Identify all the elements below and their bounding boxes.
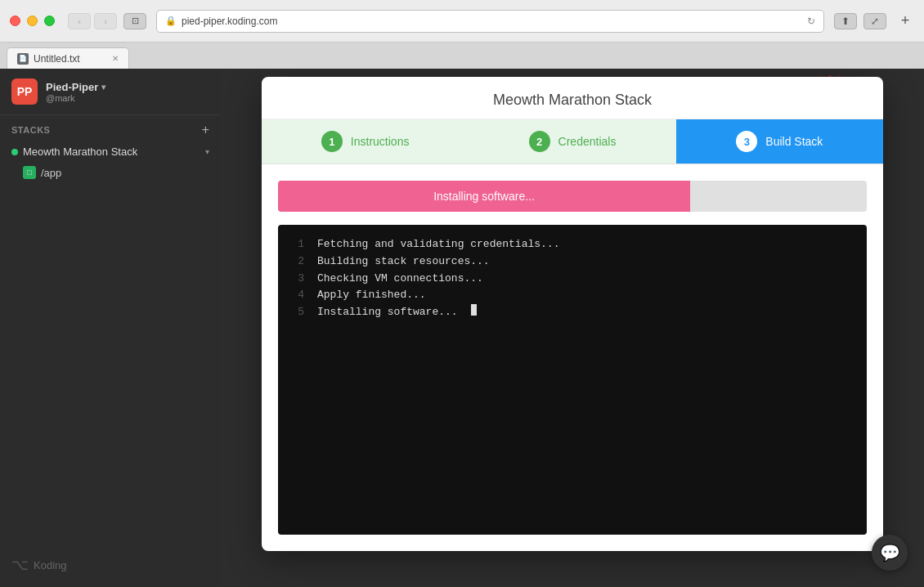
close-button[interactable] — [10, 16, 20, 26]
terminal-line-1: 1 Fetching and validating credentials... — [291, 236, 854, 253]
lock-icon: 🔒 — [165, 16, 177, 26]
browser-tab[interactable]: 📄 Untitled.txt ✕ — [7, 47, 129, 69]
app-container: PP Pied-Piper ▾ @mark STACKS + Meowth Ma… — [0, 69, 924, 587]
koding-bracket-icon: ⌥ — [11, 556, 29, 574]
sidebar: PP Pied-Piper ▾ @mark STACKS + Meowth Ma… — [0, 69, 221, 587]
window-chrome: ‹ › ⊡ 🔒 pied-piper.koding.com ↻ ⬆ ⤢ + — [0, 0, 924, 43]
terminal[interactable]: 1 Fetching and validating credentials...… — [278, 225, 867, 535]
line-num-2: 2 — [291, 253, 304, 271]
fullscreen-icon: ⤢ — [871, 16, 879, 27]
step-3-label: Build Stack — [765, 135, 823, 148]
sidebar-username: @mark — [46, 93, 209, 103]
minimize-button[interactable] — [27, 16, 38, 26]
vm-name: /app — [41, 167, 61, 179]
new-tab-icon: + — [901, 12, 910, 29]
stack-name: Meowth Marathon Stack — [23, 146, 200, 158]
sidebar-stacks-section: STACKS + Meowth Marathon Stack ▾ □ /app — [0, 115, 221, 186]
forward-button[interactable]: › — [94, 13, 117, 29]
url-text: pied-piper.koding.com — [182, 16, 277, 27]
share-button[interactable]: ⬆ — [834, 13, 857, 29]
vm-icon-symbol: □ — [27, 168, 31, 177]
step-1-circle: 1 — [321, 131, 343, 152]
terminal-line-2: 2 Building stack resources... — [291, 253, 854, 271]
sidebar-footer: ⌥ Koding — [0, 543, 221, 587]
step-3-number: 3 — [744, 136, 750, 148]
toolbar-right: ⬆ ⤢ + — [834, 12, 914, 30]
sidebar-section-header: STACKS + — [11, 123, 209, 137]
favicon-icon: 📄 — [19, 55, 27, 62]
tab-close-button[interactable]: ✕ — [112, 54, 119, 63]
step-2-number: 2 — [536, 136, 542, 148]
maximize-button[interactable] — [44, 16, 55, 26]
chevron-down-icon: ▾ — [101, 83, 105, 92]
stack-status-dot — [11, 149, 18, 155]
traffic-lights — [10, 16, 55, 26]
vm-item[interactable]: □ /app — [11, 162, 209, 183]
koding-label: Koding — [34, 559, 66, 571]
line-num-5: 5 — [291, 304, 304, 321]
progress-bar: Installing software... — [278, 181, 690, 212]
sidebar-user-info: Pied-Piper ▾ @mark — [46, 81, 209, 103]
terminal-line-3: 3 Checking VM connections... — [291, 271, 854, 288]
progress-container: Installing software... — [278, 181, 867, 212]
add-stack-button[interactable]: + — [202, 123, 209, 137]
line-num-4: 4 — [291, 287, 304, 304]
modal: Meowth Marathon Stack 1 Instructions 2 C… — [262, 77, 883, 551]
steps-nav: 1 Instructions 2 Credentials 3 — [262, 119, 883, 164]
step-build-stack[interactable]: 3 Build Stack — [676, 119, 883, 164]
step-1-number: 1 — [329, 136, 334, 148]
tab-favicon: 📄 — [17, 53, 29, 65]
modal-overlay: Meowth Marathon Stack 1 Instructions 2 C… — [221, 69, 924, 587]
tab-bar: 📄 Untitled.txt ✕ — [0, 43, 924, 69]
line-text-2: Building stack resources... — [317, 253, 490, 271]
vm-icon: □ — [23, 166, 36, 179]
back-button[interactable]: ‹ — [68, 13, 91, 29]
sidebar-logo: PP — [11, 78, 38, 105]
koding-logo: ⌥ Koding — [11, 556, 66, 574]
step-instructions[interactable]: 1 Instructions — [262, 119, 469, 164]
line-text-3: Checking VM connections... — [317, 271, 483, 288]
terminal-line-5: 5 Installing software... — [291, 304, 854, 321]
stacks-section-label: STACKS — [11, 125, 50, 135]
modal-title: Meowth Marathon Stack — [262, 77, 883, 119]
address-bar[interactable]: 🔒 pied-piper.koding.com ↻ — [156, 10, 824, 33]
fullscreen-button[interactable]: ⤢ — [863, 13, 886, 29]
step-1-label: Instructions — [351, 135, 410, 148]
stack-chevron-icon: ▾ — [205, 147, 209, 156]
stack-item[interactable]: Meowth Marathon Stack ▾ — [11, 141, 209, 162]
nav-buttons: ‹ › — [68, 13, 117, 29]
sidebar-icon: ⊡ — [132, 16, 139, 26]
step-2-circle: 2 — [529, 131, 550, 152]
logo-initials: PP — [17, 85, 33, 98]
back-icon: ‹ — [78, 16, 81, 26]
share-icon: ⬆ — [841, 16, 850, 27]
progress-label: Installing software... — [433, 190, 535, 203]
sidebar-team[interactable]: Pied-Piper ▾ — [46, 81, 209, 93]
line-text-1: Fetching and validating credentials... — [317, 236, 559, 253]
forward-icon: › — [104, 16, 107, 26]
line-text-5: Installing software... — [317, 304, 458, 321]
main-content: Meowth Marathon Stack 1 Instructions 2 C… — [221, 69, 924, 587]
sidebar-toggle-button[interactable]: ⊡ — [123, 13, 146, 29]
tab-title: Untitled.txt — [34, 53, 80, 65]
line-text-4: Apply finished... — [317, 287, 426, 304]
sidebar-header: PP Pied-Piper ▾ @mark — [0, 69, 221, 115]
team-name: Pied-Piper — [46, 81, 98, 93]
chat-icon: 💬 — [880, 543, 900, 562]
refresh-button[interactable]: ↻ — [807, 16, 815, 27]
terminal-line-4: 4 Apply finished... — [291, 287, 854, 304]
line-num-1: 1 — [291, 236, 304, 253]
new-tab-button[interactable]: + — [896, 12, 914, 30]
step-2-label: Credentials — [558, 135, 617, 148]
step-credentials[interactable]: 2 Credentials — [469, 119, 675, 164]
line-num-3: 3 — [291, 271, 304, 288]
terminal-cursor — [471, 304, 477, 316]
step-3-circle: 3 — [736, 131, 757, 152]
chat-button[interactable]: 💬 — [872, 535, 908, 571]
